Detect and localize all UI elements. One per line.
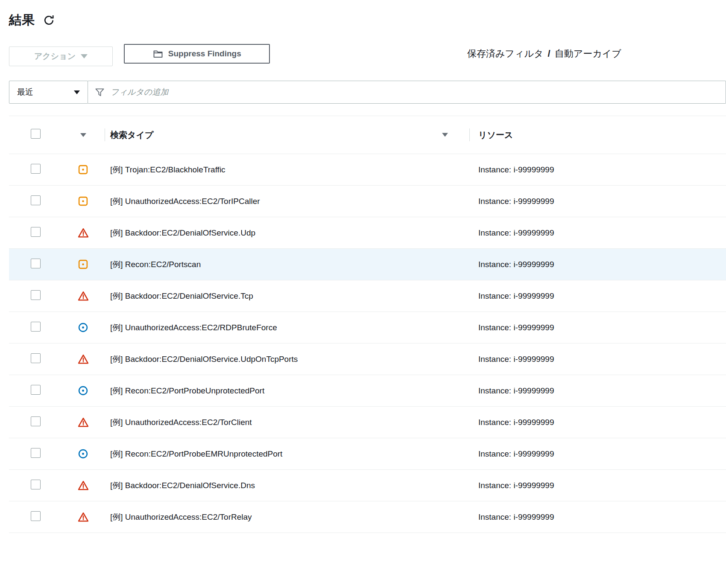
finding-type-cell: [例] Recon:EC2/Portscan — [105, 249, 469, 280]
table-row[interactable]: [例] Backdoor:EC2/DenialOfService.UdpOnTc… — [9, 343, 726, 375]
row-checkbox[interactable] — [31, 448, 41, 458]
time-range-value: 最近 — [17, 87, 33, 98]
resource-cell: Instance: i-99999999 — [469, 375, 726, 406]
table-row[interactable]: [例] UnauthorizedAccess:EC2/RDPBruteForce… — [9, 312, 726, 343]
table-row[interactable]: [例] Backdoor:EC2/DenialOfService.Tcp Ins… — [9, 280, 726, 312]
finding-type-link[interactable]: [例] Backdoor:EC2/DenialOfService.Udp — [110, 227, 255, 239]
table-row[interactable]: [例] Backdoor:EC2/DenialOfService.Udp Ins… — [9, 217, 726, 249]
row-severity-cell — [61, 480, 105, 491]
row-checkbox[interactable] — [31, 385, 41, 395]
row-severity-cell — [61, 417, 105, 428]
table-row[interactable]: [例] Recon:EC2/Portscan Instance: i-99999… — [9, 249, 726, 280]
resource-cell-text: Instance: i-99999999 — [478, 386, 554, 396]
finding-type-link[interactable]: [例] UnauthorizedAccess:EC2/TorRelay — [110, 512, 252, 523]
finding-type-link[interactable]: [例] Recon:EC2/Portscan — [110, 259, 201, 270]
resource-cell-text: Instance: i-99999999 — [478, 228, 554, 238]
row-checkbox-cell — [9, 290, 61, 302]
finding-type-cell: [例] Recon:EC2/PortProbeEMRUnprotectedPor… — [105, 438, 469, 469]
row-checkbox[interactable] — [31, 290, 41, 300]
refresh-icon[interactable] — [42, 13, 56, 27]
row-severity-cell — [61, 354, 105, 365]
table-row[interactable]: [例] Backdoor:EC2/DenialOfService.Dns Ins… — [9, 470, 726, 501]
filter-links: 保存済みフィルタ / 自動アーカイブ — [467, 47, 621, 60]
resource-cell: Instance: i-99999999 — [469, 217, 726, 248]
table-row[interactable]: [例] UnauthorizedAccess:EC2/TorClient Ins… — [9, 407, 726, 438]
page-header: 結果 — [0, 0, 726, 30]
row-checkbox[interactable] — [31, 195, 41, 205]
low-severity-icon — [78, 448, 88, 459]
medium-severity-icon — [78, 259, 88, 270]
resource-header-cell[interactable]: リソース — [469, 116, 726, 154]
row-checkbox-cell — [9, 353, 61, 365]
add-filter-input[interactable] — [111, 81, 726, 103]
severity-filter-caret-icon[interactable] — [80, 133, 86, 137]
row-severity-cell — [61, 448, 105, 459]
finding-type-sort-caret-icon[interactable] — [442, 133, 448, 137]
resource-cell: Instance: i-99999999 — [469, 249, 726, 280]
resource-cell: Instance: i-99999999 — [469, 470, 726, 501]
finding-type-link[interactable]: [例] Recon:EC2/PortProbeUnprotectedPort — [110, 385, 264, 396]
low-severity-icon — [78, 322, 88, 333]
row-checkbox-cell — [9, 448, 61, 460]
row-checkbox[interactable] — [31, 511, 41, 521]
table-row[interactable]: [例] Trojan:EC2/BlackholeTraffic Instance… — [9, 154, 726, 186]
finding-type-link[interactable]: [例] Backdoor:EC2/DenialOfService.UdpOnTc… — [110, 354, 298, 365]
row-checkbox[interactable] — [31, 322, 41, 332]
row-checkbox-cell — [9, 385, 61, 397]
row-severity-cell — [61, 196, 105, 207]
resource-cell-text: Instance: i-99999999 — [478, 260, 554, 269]
row-checkbox-cell — [9, 164, 61, 176]
finding-type-header-cell[interactable]: 検索タイプ — [105, 116, 469, 154]
finding-type-link[interactable]: [例] Trojan:EC2/BlackholeTraffic — [110, 164, 225, 175]
row-checkbox[interactable] — [31, 259, 41, 268]
finding-type-link[interactable]: [例] Recon:EC2/PortProbeEMRUnprotectedPor… — [110, 448, 282, 460]
filter-search-box — [88, 81, 726, 104]
select-all-checkbox[interactable] — [31, 129, 41, 139]
table-row[interactable]: [例] UnauthorizedAccess:EC2/TorRelay Inst… — [9, 501, 726, 533]
resource-cell: Instance: i-99999999 — [469, 438, 726, 469]
finding-type-cell: [例] Backdoor:EC2/DenialOfService.UdpOnTc… — [105, 343, 469, 375]
resource-cell-text: Instance: i-99999999 — [478, 291, 554, 301]
high-severity-icon — [78, 417, 89, 428]
resource-cell-text: Instance: i-99999999 — [478, 481, 554, 490]
finding-type-link[interactable]: [例] Backdoor:EC2/DenialOfService.Dns — [110, 480, 255, 491]
saved-filters-link[interactable]: 保存済みフィルタ — [467, 47, 544, 60]
findings-table-body: [例] Trojan:EC2/BlackholeTraffic Instance… — [9, 154, 726, 533]
finding-type-link[interactable]: [例] UnauthorizedAccess:EC2/RDPBruteForce — [110, 322, 277, 333]
suppress-findings-button[interactable]: Suppress Findings — [124, 44, 270, 64]
row-checkbox-cell — [9, 259, 61, 271]
finding-type-cell: [例] UnauthorizedAccess:EC2/TorRelay — [105, 501, 469, 533]
resource-cell: Instance: i-99999999 — [469, 407, 726, 438]
resource-cell: Instance: i-99999999 — [469, 343, 726, 375]
toolbar: アクション Suppress Findings 保存済みフィルタ / 自動アーカ… — [9, 44, 726, 64]
severity-header-cell — [61, 133, 105, 137]
row-checkbox[interactable] — [31, 480, 41, 489]
finding-type-cell: [例] Trojan:EC2/BlackholeTraffic — [105, 154, 469, 185]
table-row[interactable]: [例] Recon:EC2/PortProbeUnprotectedPort I… — [9, 375, 726, 407]
time-range-select[interactable]: 最近 — [9, 81, 88, 104]
resource-cell: Instance: i-99999999 — [469, 280, 726, 311]
auto-archive-link[interactable]: 自動アーカイブ — [555, 47, 621, 60]
finding-type-cell: [例] Backdoor:EC2/DenialOfService.Udp — [105, 217, 469, 248]
actions-button[interactable]: アクション — [9, 47, 113, 66]
table-row[interactable]: [例] Recon:EC2/PortProbeEMRUnprotectedPor… — [9, 438, 726, 470]
row-severity-cell — [61, 164, 105, 175]
row-checkbox[interactable] — [31, 353, 41, 363]
table-row[interactable]: [例] UnauthorizedAccess:EC2/TorIPCaller I… — [9, 186, 726, 217]
row-checkbox[interactable] — [31, 416, 41, 426]
resource-header-label: リソース — [478, 129, 513, 141]
finding-type-link[interactable]: [例] Backdoor:EC2/DenialOfService.Tcp — [110, 291, 253, 302]
row-checkbox[interactable] — [31, 227, 41, 237]
link-separator: / — [548, 48, 550, 59]
caret-down-icon — [74, 90, 80, 94]
high-severity-icon — [78, 480, 89, 491]
finding-type-link[interactable]: [例] UnauthorizedAccess:EC2/TorIPCaller — [110, 196, 260, 207]
table-header-row: 検索タイプ リソース — [9, 116, 726, 154]
row-checkbox-cell — [9, 227, 61, 239]
page-title: 結果 — [9, 12, 35, 29]
row-checkbox[interactable] — [31, 164, 41, 174]
finding-type-cell: [例] UnauthorizedAccess:EC2/TorIPCaller — [105, 186, 469, 217]
finding-type-link[interactable]: [例] UnauthorizedAccess:EC2/TorClient — [110, 417, 252, 428]
high-severity-icon — [78, 291, 89, 302]
resource-cell-text: Instance: i-99999999 — [478, 449, 554, 459]
